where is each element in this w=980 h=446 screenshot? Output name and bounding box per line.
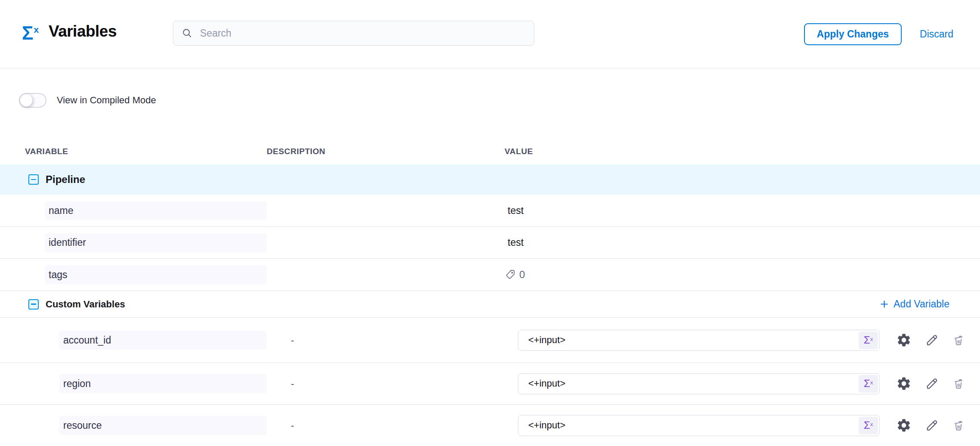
value-input[interactable]: <+input> Σ x [518, 373, 880, 394]
logo-sigma: Σ [22, 24, 33, 43]
gear-icon [896, 376, 912, 391]
plus-icon [879, 299, 889, 309]
pencil-icon [925, 418, 939, 433]
settings-button[interactable] [896, 418, 912, 433]
table-row-resource: resource - <+input> Σ x [0, 405, 980, 446]
section-title: Pipeline [46, 173, 85, 186]
add-variable-button[interactable]: Add Variable [879, 298, 949, 310]
expression-type-button[interactable]: Σ x [859, 417, 878, 434]
edit-button[interactable] [925, 418, 939, 433]
pencil-icon [925, 376, 939, 391]
gear-icon [896, 418, 912, 433]
table-row-tags: tags 0 [0, 259, 980, 291]
variable-name-field[interactable]: identifier [45, 233, 267, 252]
header-actions: Apply Changes Discard [804, 0, 953, 68]
variable-label: name [49, 205, 74, 217]
value-text: test [505, 205, 524, 217]
table-row-name: name test [0, 195, 980, 227]
tags-value: 0 [505, 269, 525, 281]
logo-sup-x: x [34, 25, 39, 35]
value-text: test [505, 237, 524, 248]
badge-sigma: Σ [864, 417, 870, 434]
value-input[interactable]: <+input> Σ x [518, 415, 880, 436]
compiled-mode-label: View in Compiled Mode [57, 95, 156, 106]
badge-sup-x: x [870, 336, 873, 342]
trash-icon [952, 419, 965, 431]
section-title: Custom Variables [46, 299, 125, 310]
variable-label: tags [49, 269, 67, 281]
variable-name-field[interactable]: resource [59, 416, 267, 435]
description-cell: - [267, 378, 505, 390]
tags-icon [505, 269, 516, 280]
column-header-value: VALUE [505, 147, 964, 156]
variable-label: account_id [63, 334, 111, 346]
value-input[interactable]: <+input> Σ x [518, 330, 880, 351]
edit-button[interactable] [925, 333, 939, 347]
expression-type-button[interactable]: Σ x [859, 375, 878, 393]
search-input[interactable] [173, 21, 534, 46]
variable-label: resource [63, 420, 102, 431]
tag-count: 0 [519, 269, 525, 281]
expression-type-button[interactable]: Σ x [859, 331, 878, 349]
table-row-region: region - <+input> Σ x [0, 363, 980, 405]
table-row-account-id: account_id - <+input> Σ x [0, 318, 980, 363]
column-header-variable: VARIABLE [25, 147, 267, 156]
top-bar: Σ x Variables Apply Changes Discard [0, 0, 980, 68]
section-header-custom-variables: Custom Variables Add Variable [0, 291, 980, 318]
trash-icon [952, 378, 965, 390]
variable-name-field[interactable]: region [59, 374, 267, 393]
discard-button[interactable]: Discard [920, 28, 953, 40]
trash-icon [952, 334, 965, 346]
edit-button[interactable] [925, 376, 939, 391]
badge-sigma: Σ [864, 375, 870, 392]
value-input-text: <+input> [528, 334, 565, 346]
value-input-text: <+input> [528, 420, 565, 431]
pencil-icon [925, 333, 939, 347]
compiled-mode-toggle[interactable] [19, 93, 46, 108]
variable-name-field[interactable]: account_id [59, 331, 267, 350]
value-input-text: <+input> [528, 378, 565, 389]
sigma-x-logo-icon: Σ x [22, 24, 39, 43]
variable-label: identifier [49, 237, 86, 248]
gear-icon [896, 332, 912, 348]
apply-changes-button[interactable]: Apply Changes [804, 23, 902, 45]
section-header-pipeline: Pipeline [0, 164, 980, 195]
page-title: Variables [49, 22, 117, 40]
description-cell: - [267, 420, 505, 431]
delete-button[interactable] [952, 419, 965, 431]
badge-sigma: Σ [864, 331, 870, 349]
collapse-minus-icon[interactable] [28, 299, 39, 310]
badge-sup-x: x [870, 380, 873, 385]
description-cell: - [267, 334, 505, 346]
add-variable-label: Add Variable [894, 298, 949, 310]
table-row-identifier: identifier test [0, 227, 980, 259]
search-icon [182, 28, 193, 39]
settings-button[interactable] [896, 332, 912, 348]
delete-button[interactable] [952, 334, 965, 346]
variables-table: VARIABLE DESCRIPTION VALUE Pipeline name… [0, 138, 980, 446]
variables-page: Σ x Variables Apply Changes Discard View… [0, 0, 980, 446]
delete-button[interactable] [952, 378, 965, 390]
compiled-mode-toggle-row: View in Compiled Mode [19, 93, 156, 108]
table-header-row: VARIABLE DESCRIPTION VALUE [0, 138, 980, 164]
badge-sup-x: x [870, 421, 873, 427]
variable-name-field[interactable]: tags [45, 265, 267, 284]
settings-button[interactable] [896, 376, 912, 391]
search-box [173, 21, 534, 46]
column-header-description: DESCRIPTION [267, 147, 505, 156]
toggle-knob [20, 94, 33, 107]
collapse-minus-icon[interactable] [28, 174, 39, 185]
variable-label: region [63, 378, 91, 390]
variable-name-field[interactable]: name [45, 201, 267, 220]
